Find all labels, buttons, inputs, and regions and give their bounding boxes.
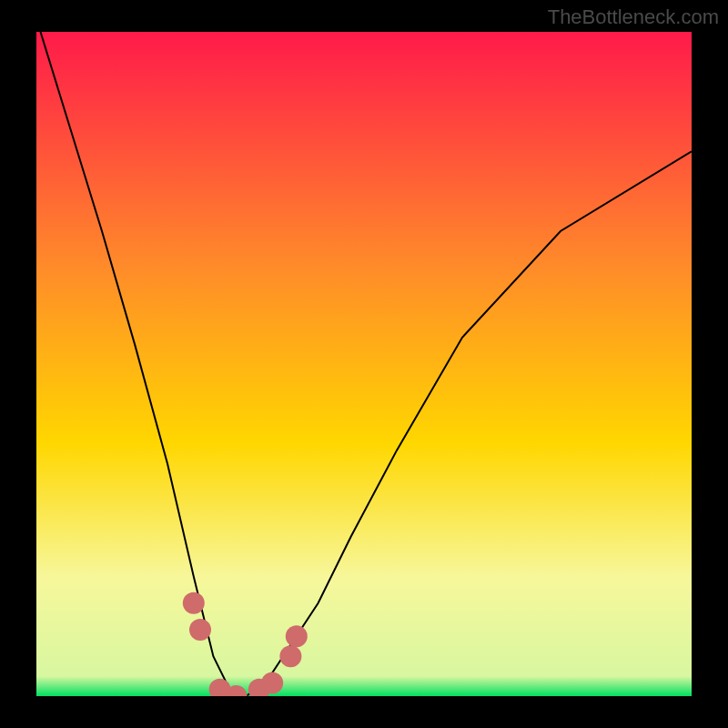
attribution-text: TheBottleneck.com <box>548 5 719 29</box>
data-dot <box>189 619 211 641</box>
data-dot <box>183 592 205 614</box>
chart-svg <box>0 0 728 728</box>
data-dot <box>286 625 308 647</box>
data-dot <box>261 672 283 693</box>
gradient-area <box>36 32 692 696</box>
data-dot <box>279 645 301 667</box>
chart-frame: TheBottleneck.com <box>0 0 728 728</box>
